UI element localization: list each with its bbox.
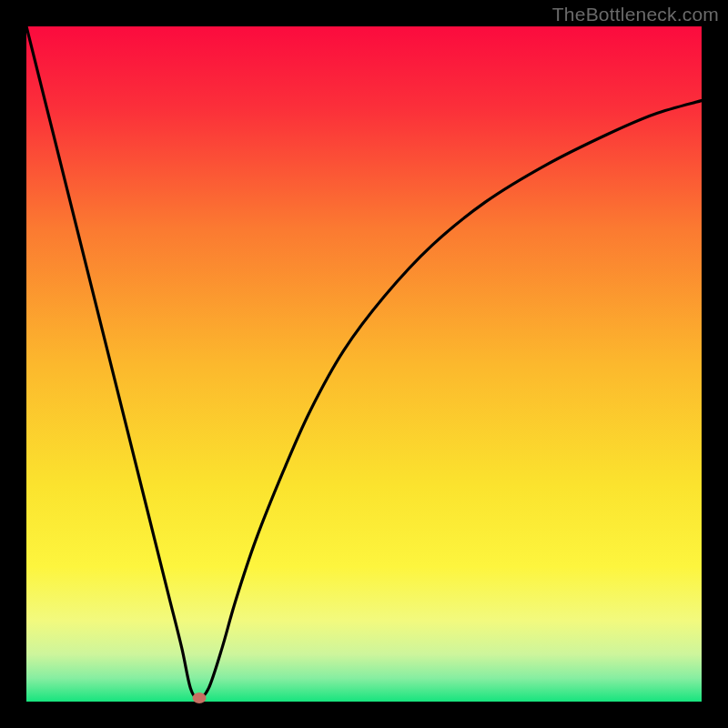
optimal-point-marker <box>192 693 206 703</box>
chart-plot <box>26 26 702 702</box>
chart-frame <box>26 26 702 702</box>
watermark-text: TheBottleneck.com <box>552 4 719 25</box>
gradient-background <box>26 26 702 702</box>
